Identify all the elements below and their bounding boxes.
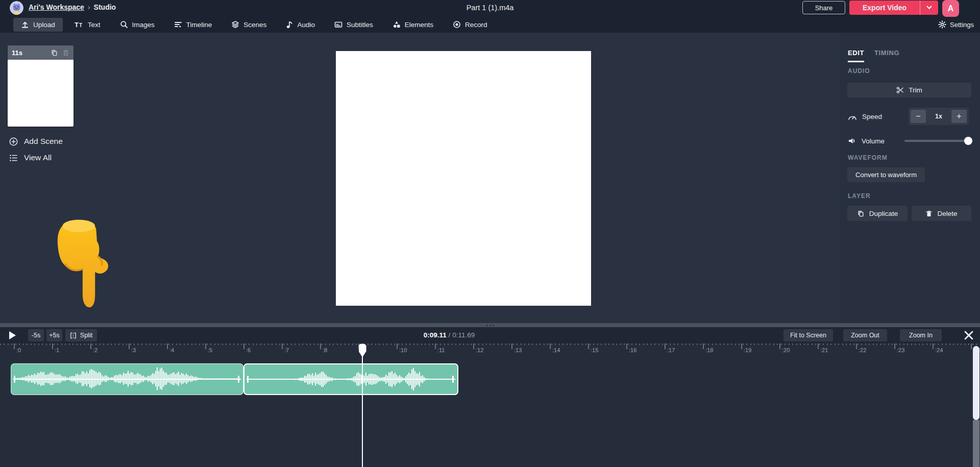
split-icon	[70, 332, 77, 339]
share-button[interactable]: Share	[802, 1, 845, 14]
ruler-tick-label: :14	[552, 347, 560, 353]
tab-timeline[interactable]: Timeline	[166, 18, 220, 32]
scissors-icon	[896, 86, 904, 94]
tab-timing[interactable]: TIMING	[874, 49, 899, 62]
scene-thumbnail[interactable]: 11s	[8, 45, 74, 127]
chevron-down-icon	[926, 6, 932, 10]
zoom-in-button[interactable]: Zoom In	[900, 329, 942, 341]
ruler-tick	[243, 343, 244, 349]
view-all-button[interactable]: View All	[9, 153, 52, 162]
preview-canvas[interactable]	[336, 51, 591, 306]
breadcrumb: Ari's Workspace › Studio	[29, 3, 116, 11]
skip-forward-button[interactable]: +5s	[46, 329, 62, 341]
top-bar: Ari's Workspace › Studio Part 1 (1).m4a …	[0, 0, 980, 33]
clip-trim-handle-left[interactable]	[14, 376, 15, 383]
layer-section-label: LAYER	[848, 192, 871, 200]
copy-scene-icon[interactable]	[51, 49, 58, 57]
ruler-tick	[473, 343, 474, 349]
export-video-label: Export Video	[849, 4, 920, 12]
workspace-avatar[interactable]	[10, 1, 23, 15]
fit-to-screen-button[interactable]: Fit to Screen	[783, 329, 833, 341]
skip-back-button[interactable]: -5s	[28, 329, 44, 341]
ruler-tick-label: :7	[284, 347, 289, 353]
inspector-panel: EDIT TIMING AUDIO Trim Speed	[840, 33, 980, 323]
tab-audio[interactable]: Audio	[278, 18, 323, 32]
settings-button[interactable]: Settings	[938, 20, 974, 29]
volume-slider[interactable]	[904, 137, 971, 145]
tab-scenes[interactable]: Scenes	[224, 18, 274, 32]
export-video-button[interactable]: Export Video	[849, 1, 938, 15]
ruler-tick	[971, 343, 972, 349]
search-icon	[120, 20, 128, 29]
user-avatar[interactable]: A	[942, 0, 959, 17]
speed-row-label: Speed	[848, 113, 882, 120]
svg-text:T: T	[79, 22, 82, 28]
trim-button[interactable]: Trim	[847, 83, 971, 97]
breadcrumb-separator: ›	[88, 3, 90, 11]
ruler-tick-label: :13	[514, 347, 522, 353]
ruler-tick-label: :10	[399, 347, 407, 353]
breadcrumb-workspace-link[interactable]: Ari's Workspace	[29, 3, 84, 11]
tab-elements[interactable]: Elements	[385, 18, 441, 32]
ruler-tick	[90, 343, 91, 349]
clip-trim-handle-right[interactable]	[238, 376, 239, 383]
timeline-area: :0:1:2:3:4:5:6:7:8:9:10:11:12:13:14:15:1…	[0, 343, 980, 467]
ruler-tick	[894, 343, 895, 349]
tab-subtitles[interactable]: Subtitles	[327, 18, 381, 32]
ruler-tick-label: :19	[744, 347, 751, 353]
ruler-tick-label: :17	[667, 347, 675, 353]
record-icon	[453, 20, 461, 29]
tab-edit[interactable]: EDIT	[848, 49, 864, 62]
convert-to-waveform-button[interactable]: Convert to waveform	[847, 167, 925, 182]
cat-avatar-icon	[10, 1, 23, 15]
ruler-tick	[129, 343, 130, 349]
ruler-tick	[856, 343, 857, 349]
play-button[interactable]	[9, 331, 16, 339]
delete-scene-icon[interactable]	[62, 49, 69, 57]
ruler-tick	[282, 343, 283, 349]
tab-images[interactable]: Images	[112, 18, 162, 32]
ruler-tick-label: :15	[591, 347, 598, 353]
current-time: 0:09.11	[424, 331, 447, 339]
duplicate-button[interactable]: Duplicate	[847, 206, 908, 221]
ruler-tick	[52, 343, 53, 349]
close-timeline-icon[interactable]	[963, 329, 975, 341]
scene-thumbnail-preview	[8, 60, 74, 127]
ruler-tick	[933, 343, 934, 349]
scrollbar-thumb[interactable]	[973, 346, 979, 420]
export-options-button[interactable]	[920, 1, 938, 15]
audio-clip-selected[interactable]	[243, 363, 458, 395]
ruler-tick-label: :3	[131, 347, 136, 353]
ruler-tick-label: :24	[935, 347, 943, 353]
speed-value: 1x	[935, 113, 942, 120]
clip-trim-handle-right[interactable]	[452, 376, 454, 383]
speed-increase-button[interactable]: +	[951, 110, 967, 123]
ruler-tick	[665, 343, 666, 349]
timeline-ruler[interactable]: :0:1:2:3:4:5:6:7:8:9:10:11:12:13:14:15:1…	[0, 343, 980, 357]
ruler-tick-label: :4	[169, 347, 174, 353]
clip-trim-handle-left[interactable]	[247, 376, 249, 383]
tab-text[interactable]: T T Text	[67, 18, 108, 32]
tab-upload[interactable]: Upload	[13, 18, 63, 32]
document-title[interactable]: Part 1 (1).m4a	[467, 4, 514, 12]
ruler-tick-label: :18	[705, 347, 713, 353]
tool-row: Upload T T Text Images	[13, 17, 495, 32]
tab-record[interactable]: Record	[445, 18, 495, 32]
layers-icon	[231, 20, 239, 29]
timeline-scrollbar	[973, 346, 979, 467]
ruler-tick	[435, 343, 436, 349]
panel-resize-handle[interactable]	[0, 323, 980, 327]
ruler-tick	[550, 343, 551, 349]
add-scene-button[interactable]: Add Scene	[9, 137, 63, 146]
gear-icon	[938, 20, 946, 29]
music-note-icon	[286, 20, 293, 29]
speed-decrease-button[interactable]: −	[911, 110, 926, 123]
split-button[interactable]: Split	[65, 329, 97, 341]
timeline-icon	[174, 20, 182, 29]
audio-clip[interactable]	[11, 363, 243, 395]
ruler-tick	[320, 343, 321, 349]
volume-thumb[interactable]	[964, 137, 972, 145]
zoom-out-button[interactable]: Zoom Out	[843, 329, 887, 341]
delete-button[interactable]: Delete	[912, 206, 971, 221]
editor-main-area: 11s Add Scene	[0, 33, 980, 323]
